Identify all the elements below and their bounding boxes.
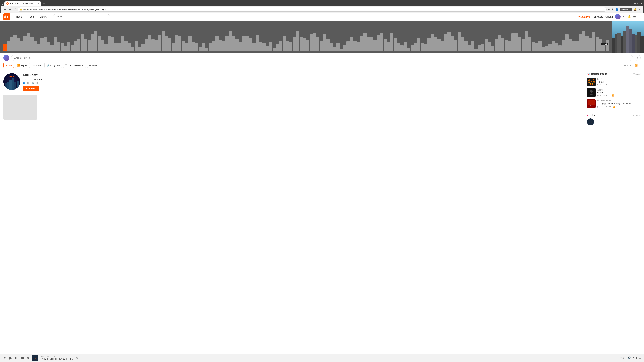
- player-artist-name: PRZFM109.2 Asia: [40, 356, 74, 358]
- related-view-all[interactable]: View all: [633, 73, 641, 75]
- track-thumbnail-yoruba: 夜刀: [587, 99, 596, 108]
- close-window-button[interactable]: ✕: [640, 2, 643, 5]
- repost-small-icon: 🔁: [635, 64, 638, 66]
- try-next-pro-link[interactable]: Try Next Pro: [576, 15, 590, 18]
- related-track-item[interactable]: 夜刀 夜刀-YORUBA- ハンヤ節 Hanya-Bushi(DJ YORUB.…: [587, 99, 641, 108]
- send-comment-button[interactable]: ➤: [634, 55, 641, 61]
- chevron-down-icon[interactable]: ▼: [623, 15, 625, 18]
- download-icon[interactable]: ⬇: [612, 8, 614, 11]
- tab-favicon: [6, 2, 9, 5]
- track-thumbnail-bigb: [587, 78, 596, 86]
- player-play-button[interactable]: ▶: [9, 355, 13, 360]
- track-plays-icon: ▶: [597, 94, 598, 96]
- soundcloud-logo[interactable]: [3, 13, 10, 20]
- more-options-icon[interactable]: ···: [638, 15, 641, 18]
- track-reposts-icon: 🔁: [612, 94, 614, 96]
- waveform-container[interactable]: 29:31: [0, 21, 612, 53]
- maximize-button[interactable]: □: [638, 2, 639, 5]
- tab-close-button[interactable]: ✕: [38, 2, 39, 4]
- tab-list-chevron[interactable]: ❮: [1, 2, 3, 5]
- svg-rect-5: [8, 16, 9, 18]
- player-like-icon[interactable]: ♥: [632, 357, 634, 360]
- add-to-next-up-button[interactable]: ☰+ Add to Next up: [63, 63, 86, 68]
- player-current-time: 0:17: [76, 357, 80, 359]
- reload-button[interactable]: ↺: [13, 7, 16, 11]
- nav-library[interactable]: Library: [37, 14, 50, 19]
- liker-avatar[interactable]: PRZ: [587, 118, 594, 125]
- player-track-info: PRZFM109.2 Asia [HARD TRUTH] TITHE AND T…: [40, 356, 74, 360]
- player-previous-button[interactable]: ⏮: [3, 356, 7, 360]
- svg-rect-10: [621, 36, 623, 53]
- share-label: Share: [36, 64, 42, 66]
- search-input[interactable]: [53, 14, 110, 19]
- svg-point-37: [590, 90, 593, 93]
- browser-tab-active[interactable]: Stream Jennifer Valentine - Mil... ✕: [4, 1, 41, 6]
- artist-name[interactable]: PRZFM109.2 Asia: [23, 78, 43, 81]
- comment-input[interactable]: [11, 55, 633, 61]
- incognito-badge[interactable]: Incognito (2): [620, 8, 632, 11]
- nav-feed[interactable]: Feed: [26, 14, 36, 19]
- waveform-bars[interactable]: [3, 28, 609, 51]
- track-likes-yoruba: 105: [608, 106, 611, 108]
- address-bar[interactable]: 🔒 soundcloud.com/user-643404247/jennifer…: [18, 7, 606, 11]
- profile-icon[interactable]: 👤: [615, 8, 618, 11]
- track-info-yoruba: 夜刀-YORUBA- ハンヤ節 Hanya-Bushi(DJ YORUB... …: [597, 99, 641, 108]
- content-left: PRZFM Talk Show PRZFM109.2 Asia 👥 306 🔊: [0, 70, 584, 128]
- track-reposts-icon: 🔁: [613, 106, 615, 108]
- extensions-icon[interactable]: ⊞: [608, 8, 610, 11]
- more-button[interactable]: ••• More: [87, 63, 100, 68]
- player-volume-icon[interactable]: 🔊: [628, 356, 631, 360]
- player-shuffle-button[interactable]: ⇄: [21, 356, 24, 360]
- player-repeat-button[interactable]: ↺: [26, 356, 30, 360]
- track-plays-yoruba: 8,824: [600, 106, 604, 108]
- player-queue-icon[interactable]: ☰: [639, 356, 641, 360]
- liker-avatar-image: PRZ: [587, 118, 594, 125]
- new-tab-button[interactable]: +: [42, 1, 46, 6]
- back-button[interactable]: ◀: [3, 7, 7, 11]
- heart-icon: ♥: [6, 64, 7, 66]
- like-button[interactable]: ♥ Like: [3, 63, 14, 68]
- track-likes-icon: ♥: [606, 94, 607, 96]
- player-next-button[interactable]: ⏭: [14, 356, 19, 360]
- player-total-time: 36:27: [620, 357, 626, 359]
- notifications-icon[interactable]: 🔔: [634, 8, 636, 11]
- for-artists-link[interactable]: For Artists: [592, 15, 603, 18]
- svg-rect-28: [12, 78, 14, 90]
- related-track-item[interactable]: Amircf Bi to2 ▶ 1,110 ♥ 22 🔁 1: [587, 88, 641, 97]
- player-controls: ⏮ ▶ ⏭ ⇄ ↺: [3, 355, 30, 360]
- player-progress-bar[interactable]: [81, 358, 619, 358]
- svg-rect-18: [627, 28, 627, 28]
- likes-view-all[interactable]: View all: [633, 114, 641, 117]
- like-count-stat: ♥ 1: [630, 64, 633, 66]
- bookmark-icon[interactable]: ☆: [602, 8, 604, 11]
- play-icon: ▶: [624, 64, 626, 66]
- url-text: soundcloud.com/user-643404247/jennifer-v…: [23, 8, 601, 10]
- repost-button[interactable]: 🔁 Repost: [15, 63, 30, 68]
- track-plays-icon: ▶: [597, 84, 598, 86]
- minimize-button[interactable]: ─: [634, 2, 636, 5]
- artist-stats: 👥 306 🔊 636: [23, 82, 43, 84]
- search-box[interactable]: [53, 14, 110, 19]
- share-button[interactable]: ↗ Share: [31, 63, 44, 68]
- player-add-to-queue-icon[interactable]: +: [636, 357, 637, 360]
- forward-button[interactable]: ▶: [8, 7, 12, 11]
- notifications-bell-icon[interactable]: 🔔: [627, 15, 631, 18]
- track-name-amircf: Bi to2: [597, 91, 641, 94]
- messages-icon[interactable]: ✉: [633, 15, 636, 18]
- follow-button[interactable]: + Follow: [23, 86, 39, 91]
- track-name-yoruba: ハンヤ節 Hanya-Bushi(DJ YORUB...: [597, 102, 641, 105]
- svg-rect-2: [6, 15, 7, 18]
- upload-link[interactable]: Upload: [606, 15, 613, 18]
- svg-rect-43: [32, 355, 38, 360]
- svg-rect-29: [14, 82, 16, 90]
- copy-link-button[interactable]: 🔗 Copy Link: [44, 63, 62, 68]
- related-track-item[interactable]: Big B TipTap ▶ 2,232 ♥ 22: [587, 78, 641, 86]
- user-avatar[interactable]: [615, 14, 620, 19]
- waveform-area: 29:31: [0, 21, 644, 53]
- artist-avatar[interactable]: PRZFM: [3, 73, 20, 90]
- svg-text:PRZFM: PRZFM: [10, 75, 14, 77]
- tab-title: Stream Jennifer Valentine - Mil...: [10, 2, 37, 5]
- menu-icon[interactable]: ⋮: [638, 8, 641, 11]
- svg-rect-23: [639, 34, 639, 35]
- nav-home[interactable]: Home: [14, 14, 25, 19]
